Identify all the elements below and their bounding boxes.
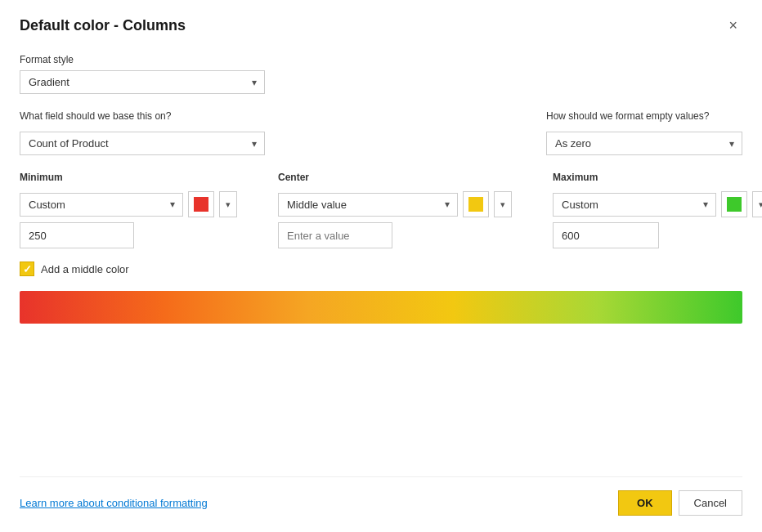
- cancel-button[interactable]: Cancel: [679, 490, 742, 516]
- empty-values-select-wrapper: As zero As blank: [546, 132, 742, 155]
- close-button[interactable]: ×: [724, 16, 742, 34]
- dialog-title: Default color - Columns: [20, 17, 186, 34]
- middle-color-label: Add a middle color: [41, 263, 129, 275]
- format-style-select[interactable]: Gradient Rules Field value: [20, 70, 265, 94]
- empty-values-select[interactable]: As zero As blank: [546, 132, 742, 155]
- middle-color-checkbox[interactable]: ✓: [20, 262, 34, 276]
- footer: Learn more about conditional formatting …: [20, 476, 742, 516]
- maximum-color-button[interactable]: [721, 191, 747, 217]
- minimum-type-row: Custom Lowest value Number Percent Perce…: [20, 191, 237, 217]
- maximum-value-input[interactable]: [553, 222, 659, 248]
- format-style-select-wrapper: Gradient Rules Field value: [20, 70, 265, 94]
- maximum-color-swatch: [727, 197, 742, 212]
- dialog: Default color - Columns × Format style G…: [0, 0, 762, 532]
- minimum-color-chevron[interactable]: ▾: [219, 191, 237, 217]
- center-type-row: Middle value Custom Number Percent Perce…: [278, 191, 512, 217]
- center-block: Center Middle value Custom Number Percen…: [278, 172, 512, 248]
- min-center-max-section: Minimum Custom Lowest value Number Perce…: [20, 172, 742, 248]
- center-color-button[interactable]: [463, 191, 489, 217]
- format-style-group: Format style Gradient Rules Field value: [20, 54, 742, 94]
- field-base-group: What field should we base this on? Count…: [20, 110, 265, 155]
- minimum-value-input[interactable]: [20, 222, 134, 248]
- empty-values-label: How should we format empty values?: [546, 110, 742, 122]
- field-base-row: What field should we base this on? Count…: [20, 110, 742, 155]
- maximum-block: Maximum Custom Highest value Number Perc…: [553, 172, 762, 248]
- ok-button[interactable]: OK: [618, 490, 672, 516]
- center-label: Center: [278, 172, 512, 183]
- format-style-label: Format style: [20, 54, 742, 65]
- gradient-bar: [20, 291, 742, 324]
- center-type-select[interactable]: Middle value Custom Number Percent Perce…: [278, 193, 458, 217]
- maximum-type-select-wrapper: Custom Highest value Number Percent Perc…: [553, 193, 716, 217]
- center-value-input[interactable]: [278, 222, 392, 248]
- empty-values-group: How should we format empty values? As ze…: [546, 110, 742, 155]
- footer-buttons: OK Cancel: [618, 490, 742, 516]
- minimum-block: Minimum Custom Lowest value Number Perce…: [20, 172, 237, 248]
- field-base-select-wrapper: Count of Product: [20, 132, 265, 155]
- center-color-swatch: [468, 197, 483, 212]
- maximum-label: Maximum: [553, 172, 762, 183]
- maximum-type-select[interactable]: Custom Highest value Number Percent Perc…: [553, 193, 716, 217]
- field-base-select[interactable]: Count of Product: [20, 132, 265, 155]
- center-color-chevron[interactable]: ▾: [494, 191, 512, 217]
- middle-color-row: ✓ Add a middle color: [20, 262, 742, 276]
- checkmark-icon: ✓: [23, 264, 32, 275]
- dialog-title-row: Default color - Columns ×: [20, 16, 742, 34]
- minimum-label: Minimum: [20, 172, 237, 183]
- learn-more-link[interactable]: Learn more about conditional formatting: [20, 497, 208, 509]
- field-base-label: What field should we base this on?: [20, 110, 265, 122]
- center-type-select-wrapper: Middle value Custom Number Percent Perce…: [278, 193, 458, 217]
- maximum-type-row: Custom Highest value Number Percent Perc…: [553, 191, 762, 217]
- minimum-type-select[interactable]: Custom Lowest value Number Percent Perce…: [20, 193, 183, 217]
- minimum-color-button[interactable]: [188, 191, 214, 217]
- minimum-color-swatch: [194, 197, 208, 212]
- minimum-type-select-wrapper: Custom Lowest value Number Percent Perce…: [20, 193, 183, 217]
- maximum-color-chevron[interactable]: ▾: [752, 191, 762, 217]
